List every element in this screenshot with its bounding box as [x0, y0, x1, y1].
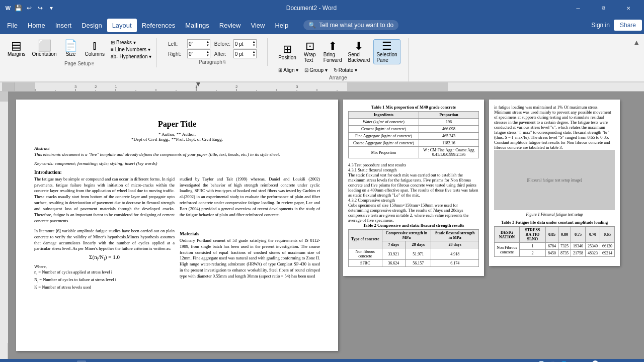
paragraph-expand-icon[interactable]: ⎘: [223, 60, 226, 64]
arrange-row-1: ⊞ Position ⊡ WrapText ⬆ BringForward ⬇: [276, 39, 400, 64]
sign-in-button[interactable]: Sign in: [591, 22, 610, 29]
arrange-row-2: ⊞ Align ▾ ⊡ Group ▾ ↻ Rotate ▾: [276, 66, 400, 74]
orientation-button[interactable]: ⬜ Orientation: [30, 39, 59, 58]
table2: Type of concrete Compressive strength in…: [348, 229, 479, 267]
svg-rect-1: [15, 82, 35, 92]
position-button[interactable]: ⊞ Position: [276, 43, 299, 61]
collapse-icon[interactable]: ▲: [633, 38, 640, 46]
size-label: Size: [66, 51, 75, 57]
menu-insert[interactable]: Insert: [50, 19, 77, 32]
redo-button[interactable]: ↪: [35, 3, 45, 13]
t2-7days: 7 days: [382, 241, 406, 248]
spacing-before-up[interactable]: ▲: [252, 40, 256, 44]
line-numbers-button[interactable]: ≡Line Numbers ▾: [109, 46, 153, 53]
position-label: Position: [278, 55, 296, 60]
ribbon-content: ▤ Margins ⬜ Orientation 📄 Size ⫿ Columns…: [0, 36, 644, 82]
literature-section: In literature [6] variable amplitude fat…: [34, 228, 320, 293]
zoom-out-button[interactable]: －: [572, 360, 577, 363]
send-backward-button[interactable]: ⬇ SendBackward: [345, 40, 372, 64]
spacing-after-down[interactable]: ▼: [252, 54, 256, 57]
menu-view[interactable]: View: [246, 19, 270, 32]
section431-text: The static flexural test for each mix wa…: [348, 172, 479, 198]
indent-left-input[interactable]: ▲ ▼: [187, 39, 210, 48]
spacing-before-down[interactable]: ▼: [252, 44, 256, 47]
menu-mailings[interactable]: Mailings: [180, 19, 214, 32]
menu-review[interactable]: Review: [214, 19, 246, 32]
t3-085: 0.85: [545, 227, 558, 243]
save-button[interactable]: 💾: [13, 3, 23, 13]
share-button[interactable]: Share: [614, 20, 642, 31]
spacing-after-input[interactable]: ▲ ▼: [233, 49, 257, 58]
search-box[interactable]: 🔍 Tell me what you want to do: [303, 20, 398, 30]
page-setup-expand-icon[interactable]: ⎘: [92, 61, 94, 66]
rotate-button[interactable]: ↻ Rotate ▾: [331, 66, 360, 74]
indent-right-up[interactable]: ▲: [206, 50, 210, 54]
hyphenation-icon: ab-: [111, 54, 118, 59]
page-setup-group-label: Page Setup ⎘: [5, 61, 153, 67]
document-area[interactable]: Paper Title * Author, ** Author, *Dept o…: [8, 92, 644, 359]
menu-layout[interactable]: Layout: [107, 19, 137, 32]
zoom-in-button[interactable]: ＋: [621, 360, 627, 363]
svg-text:1: 1: [115, 84, 117, 89]
indent-right-spinners: ▲ ▼: [206, 50, 210, 57]
menu-bar: File Home Insert Design Layout Reference…: [0, 16, 644, 34]
t2-col-static: Static flexural strength in MPa: [431, 230, 479, 241]
indent-right-down[interactable]: ▼: [206, 54, 210, 57]
authors: * Author, ** Author, *Dept of Civil Engg…: [34, 132, 320, 142]
quick-access-toolbar: W 💾 ↩ ↪ ▾: [4, 3, 56, 13]
undo-button[interactable]: ↩: [24, 3, 34, 13]
margins-label: Margins: [8, 51, 26, 57]
close-button[interactable]: ✕: [617, 0, 640, 16]
wrap-text-button[interactable]: ⊡ WrapText: [300, 40, 320, 64]
table-row: Coarse Aggregate (kg/m³ of concrete) 118…: [349, 140, 479, 147]
arrange-buttons: ⊞ Position ⊡ WrapText ⬆ BringForward ⬇: [276, 39, 400, 74]
menu-help[interactable]: Help: [270, 19, 293, 32]
indent-left-down[interactable]: ▼: [206, 44, 210, 47]
figure1-caption: Figure 1 Flexural fatigue test setup: [494, 212, 615, 217]
hyphenation-button[interactable]: ab-Hyphenation ▾: [109, 53, 153, 60]
restore-button[interactable]: ⧉: [592, 0, 615, 16]
breaks-button[interactable]: ⊞Breaks ▾: [109, 39, 153, 46]
indent-right-input[interactable]: ▲ ▼: [187, 49, 210, 58]
collapse-ribbon-button[interactable]: ▲: [633, 38, 642, 46]
menu-references[interactable]: References: [137, 19, 180, 32]
table1-col-proportion: Proportion: [419, 112, 478, 119]
bring-forward-label: BringForward: [324, 52, 342, 63]
customize-qat-button[interactable]: ▾: [46, 3, 56, 13]
spacing-after-up[interactable]: ▲: [252, 50, 256, 54]
ruler: 3 2 1 1 2 3: [0, 82, 644, 92]
menu-file[interactable]: File: [2, 19, 23, 32]
hyphenation-label: Hyphenation ▾: [119, 54, 151, 59]
line-numbers-label: Line Numbers ▾: [115, 47, 150, 52]
selection-pane-button[interactable]: ☰ SelectionPane: [373, 39, 400, 64]
align-button[interactable]: ⊞ Align ▾: [276, 66, 301, 74]
t3-065: 0.65: [600, 227, 614, 243]
window-title: Document2 - Word: [56, 5, 567, 12]
margins-button[interactable]: ▤ Margins: [5, 39, 28, 58]
spacing-before-field[interactable]: [234, 41, 252, 47]
abstract-label: Abstract: [34, 146, 320, 151]
indent-left-field[interactable]: [188, 41, 206, 47]
spacing-before-input[interactable]: ▲ ▼: [233, 39, 257, 48]
indent-left-up[interactable]: ▲: [206, 40, 210, 44]
bring-forward-button[interactable]: ⬆ BringForward: [321, 40, 345, 64]
minimize-button[interactable]: ─: [567, 0, 590, 16]
figure1: [Flexural fatigue test setup image]: [494, 150, 615, 210]
spacing-after-field[interactable]: [234, 51, 252, 57]
group-button[interactable]: ⊡ Group ▾: [302, 66, 330, 74]
table-row: Mix Proportion W : CM:Fine Agg : Coarse …: [349, 147, 479, 158]
keywords: Keywords: component; formatting; style; …: [34, 161, 320, 166]
columns-button[interactable]: ⫿ Columns: [83, 39, 107, 58]
menu-home[interactable]: Home: [23, 19, 50, 32]
menu-design[interactable]: Design: [76, 19, 107, 32]
spacing-before-row: Before: ▲ ▼: [214, 39, 257, 48]
table3-title: Table 3 Fatigue life data under constant…: [494, 220, 615, 225]
indent-right-field[interactable]: [188, 51, 206, 57]
spacing-after-spinners: ▲ ▼: [252, 50, 256, 57]
size-button[interactable]: 📄 Size: [61, 39, 81, 58]
search-placeholder[interactable]: Tell me what you want to do: [319, 22, 393, 29]
t2-col-type: Type of concrete: [349, 230, 382, 248]
svg-rect-27: [0, 92, 8, 102]
materials-text: Ordinary Portland cement of 53 grade sat…: [180, 238, 320, 280]
t3-stress: STRESS RA TIO SLNO: [519, 227, 545, 243]
